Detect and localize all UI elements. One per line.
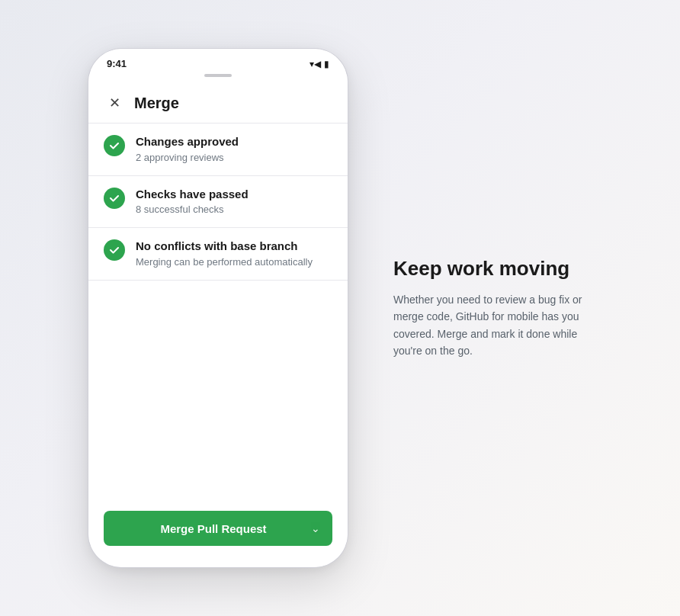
phone-screen: 9:41 ▾◀ ▮ ✕ Merge — [88, 49, 348, 567]
check-passed-icon — [104, 188, 125, 209]
check-item-passed: Checks have passed 8 successful checks — [88, 176, 348, 229]
battery-icon: ▮ — [324, 59, 329, 69]
check-conflicts-icon — [104, 239, 125, 261]
check-approved-icon — [104, 135, 125, 156]
check-passed-subtitle: 8 successful checks — [136, 203, 332, 217]
status-icons: ▾◀ ▮ — [310, 59, 329, 69]
check-passed-title: Checks have passed — [136, 187, 332, 202]
merge-pull-request-button[interactable]: Merge Pull Request ⌄ — [104, 511, 332, 546]
check-item-approved: Changes approved 2 approving reviews — [88, 124, 348, 176]
close-icon: ✕ — [109, 95, 120, 111]
phone-device: 9:41 ▾◀ ▮ ✕ Merge — [88, 49, 348, 567]
check-conflicts-title: No conflicts with base branch — [136, 239, 332, 254]
check-passed-content: Checks have passed 8 successful checks — [136, 187, 332, 217]
check-item-conflicts: No conflicts with base branch Merging ca… — [88, 228, 348, 281]
check-approved-content: Changes approved 2 approving reviews — [136, 134, 332, 165]
check-approved-subtitle: 2 approving reviews — [136, 151, 332, 165]
check-conflicts-content: No conflicts with base branch Merging ca… — [136, 239, 332, 269]
status-time: 9:41 — [107, 58, 127, 69]
status-bar: 9:41 ▾◀ ▮ — [88, 49, 348, 74]
check-conflicts-subtitle: Merging can be performed automatically — [136, 255, 332, 269]
merge-title: Merge — [134, 95, 179, 112]
merge-button-label: Merge Pull Request — [116, 522, 311, 535]
close-button[interactable]: ✕ — [104, 92, 125, 114]
checks-list: Changes approved 2 approving reviews Che… — [88, 124, 348, 281]
check-approved-title: Changes approved — [136, 134, 332, 149]
content-spacer — [88, 281, 348, 499]
merge-header: ✕ Merge — [88, 83, 348, 124]
panel-description: Whether you need to review a bug fix or … — [393, 291, 592, 360]
chevron-down-icon: ⌄ — [311, 522, 320, 534]
right-panel: Keep work moving Whether you need to rev… — [393, 242, 592, 375]
drag-indicator — [204, 74, 232, 77]
wifi-icon: ▾◀ — [310, 59, 321, 69]
panel-heading: Keep work moving — [393, 257, 592, 281]
merge-button-wrapper: Merge Pull Request ⌄ — [88, 499, 348, 567]
page-wrapper: 9:41 ▾◀ ▮ ✕ Merge — [0, 0, 680, 616]
